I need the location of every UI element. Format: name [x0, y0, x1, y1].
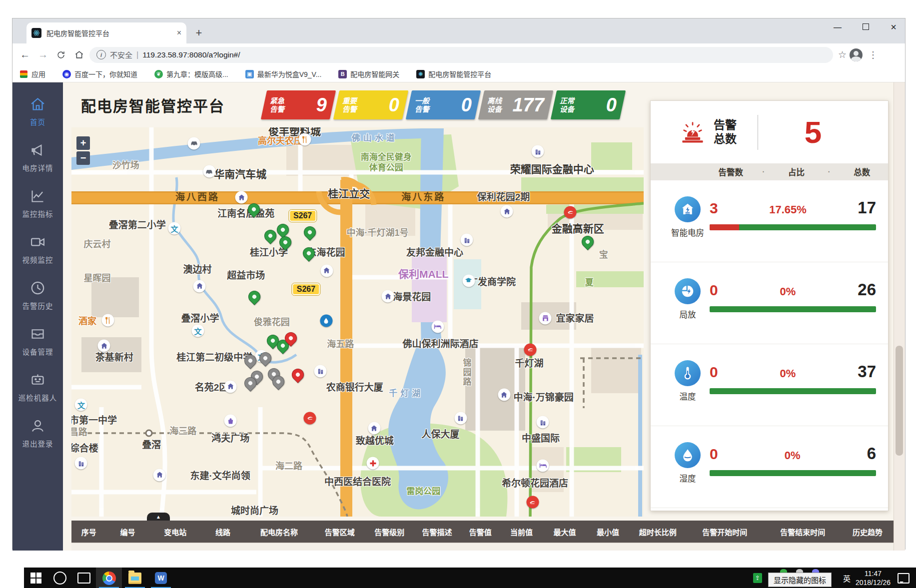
address-bar[interactable]: i 不安全 | 119.23.58.97:8080/a?login#/	[89, 47, 833, 63]
poi-house-icon[interactable]	[382, 290, 394, 303]
profile-avatar[interactable]	[850, 48, 863, 61]
poi-bed-icon[interactable]	[537, 459, 549, 472]
table-column-header[interactable]: 变电站	[149, 527, 201, 537]
poi-wen-icon[interactable]: 文	[192, 324, 204, 337]
poi-bldg-icon[interactable]	[532, 145, 544, 158]
sidebar-item-clock[interactable]: 告警历史	[12, 272, 63, 318]
poi-cap-icon[interactable]	[462, 274, 475, 287]
poi-house-icon[interactable]	[235, 191, 248, 204]
table-column-header[interactable]: 配电房名称	[244, 527, 314, 537]
taskbar-chrome-icon[interactable]	[96, 568, 122, 588]
alarm-badge[interactable]: 紧急告警9	[261, 90, 336, 119]
poi-mobile-icon[interactable]	[320, 315, 332, 327]
map-pin-normal[interactable]	[248, 203, 260, 215]
sidebar-item-home[interactable]: 首页	[12, 88, 63, 134]
alarm-table-body[interactable]	[71, 543, 894, 551]
poi-car-icon[interactable]	[203, 165, 215, 178]
back-button[interactable]: ←	[17, 47, 32, 62]
poi-bldg-icon[interactable]	[537, 416, 549, 429]
table-column-header[interactable]: 编号	[106, 527, 149, 537]
poi-house-icon[interactable]	[320, 264, 333, 277]
poi-house-icon[interactable]	[98, 340, 110, 352]
map-pin-normal[interactable]	[303, 247, 315, 259]
poi-metro-icon[interactable]	[304, 412, 316, 424]
bookmark-item[interactable]: ❋配电房智能管控平台	[416, 69, 491, 79]
task-view-button[interactable]	[72, 568, 96, 588]
alarm-badge[interactable]: 重要告警0	[333, 90, 408, 119]
page-scrollbar[interactable]	[894, 82, 905, 551]
table-column-header[interactable]: 告警结束时间	[764, 527, 842, 537]
poi-wen-icon[interactable]: 文	[75, 398, 87, 411]
poi-fork-icon[interactable]	[299, 133, 311, 146]
browser-tab[interactable]: 配电房智能管控平台 ×	[26, 22, 186, 43]
bookmark-item[interactable]: B配电房智能网关	[338, 69, 399, 79]
map-pin-normal[interactable]	[248, 291, 260, 303]
info-icon[interactable]: i	[96, 50, 106, 59]
poi-shop-icon[interactable]	[539, 312, 552, 324]
zoom-in-button[interactable]: +	[76, 136, 90, 150]
poi-bldg-icon[interactable]	[75, 457, 87, 470]
poi-fork-icon[interactable]	[102, 314, 114, 327]
sidebar-item-cam[interactable]: 视频监控	[12, 226, 63, 272]
alarm-badge[interactable]: 一般告警0	[406, 90, 481, 119]
close-button[interactable]: ×	[886, 21, 901, 33]
bookmark-item[interactable]: ❦第九章：模版高级...	[154, 69, 228, 79]
zoom-out-button[interactable]: −	[76, 151, 90, 165]
map-pin-normal[interactable]	[279, 236, 291, 248]
map-pin-offline[interactable]	[272, 376, 284, 388]
map-pin-alarm[interactable]	[285, 332, 297, 344]
table-column-header[interactable]: 线路	[201, 527, 245, 537]
poi-house-icon[interactable]	[498, 389, 510, 401]
bookmark-item[interactable]: ◉百度一下，你就知道	[62, 69, 137, 79]
table-column-header[interactable]: 告警描述	[413, 527, 461, 537]
poi-metro-icon[interactable]	[524, 343, 537, 356]
taskbar-explorer-icon[interactable]	[122, 568, 148, 588]
poi-house-icon[interactable]	[153, 469, 166, 481]
table-column-header[interactable]: 最大值	[543, 527, 587, 537]
poi-car-icon[interactable]	[188, 137, 200, 149]
poi-bag-icon[interactable]	[224, 415, 237, 427]
poi-bldg-icon[interactable]	[461, 234, 473, 246]
poi-house-icon[interactable]	[368, 422, 380, 435]
map-pin-offline[interactable]	[244, 377, 256, 389]
maximize-button[interactable]	[858, 23, 873, 32]
hidden-icons-area[interactable]: 显示隐藏的图标	[766, 568, 841, 588]
sidebar-item-inbox[interactable]: 设备管理	[12, 318, 63, 364]
poi-metro-icon[interactable]	[564, 206, 577, 218]
poi-cross-icon[interactable]	[367, 457, 379, 470]
url-text[interactable]: 119.23.58.97:8080/a?login#/	[142, 50, 240, 59]
action-center-icon[interactable]	[898, 573, 910, 584]
map-pin-normal[interactable]	[304, 226, 316, 238]
table-column-header[interactable]: 告警级别	[366, 527, 413, 537]
map-canvas[interactable]: + − 俊丰塑料城高尔夫农庄沙竹场华南汽车城佛山水道南海全民健身体育公园荣耀国际…	[71, 127, 644, 517]
cortana-button[interactable]	[48, 568, 72, 588]
map-pin-offline[interactable]	[259, 352, 271, 364]
poi-bed-icon[interactable]	[431, 320, 444, 333]
bookmark-item[interactable]: ▣最新华为悦盒V9_V...	[245, 69, 322, 79]
table-column-header[interactable]: 当前值	[500, 527, 543, 537]
table-column-header[interactable]: 告警区域	[314, 527, 366, 537]
bookmark-item[interactable]: 应用	[19, 69, 45, 79]
poi-metro-icon[interactable]	[526, 496, 539, 509]
map-pin-alarm[interactable]	[292, 369, 304, 381]
start-button[interactable]	[24, 568, 48, 588]
table-column-header[interactable]: 超时长比例	[630, 527, 686, 537]
ime-indicator[interactable]: 英	[843, 573, 851, 584]
taskbar-wps-icon[interactable]: W	[148, 568, 174, 588]
table-column-header[interactable]: 最小值	[586, 527, 630, 537]
minimize-button[interactable]: —	[830, 23, 845, 32]
table-column-header[interactable]: 告警开始时间	[686, 527, 764, 537]
poi-house-icon[interactable]	[224, 380, 237, 393]
table-column-header[interactable]: 序号	[71, 527, 106, 537]
home-button[interactable]	[71, 47, 86, 62]
sidebar-item-chart[interactable]: 监控指标	[12, 180, 63, 226]
map-pin-offline[interactable]	[244, 355, 256, 367]
map-pin-normal[interactable]	[582, 236, 594, 248]
sidebar-item-user[interactable]: 退出登录	[12, 410, 63, 456]
bookmark-star-icon[interactable]: ☆	[838, 49, 847, 60]
alarm-badge[interactable]: 离线设备177	[478, 90, 553, 119]
browser-menu-icon[interactable]: ⋮	[866, 49, 881, 60]
tab-close-icon[interactable]: ×	[177, 28, 181, 37]
poi-house-icon[interactable]	[501, 205, 513, 218]
scrollbar-thumb[interactable]	[896, 346, 903, 456]
